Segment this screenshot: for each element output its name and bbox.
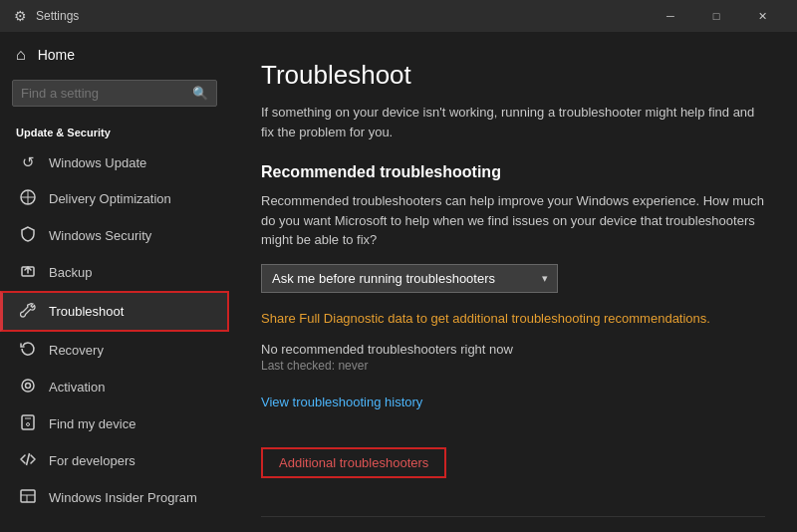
additional-troubleshooters-button[interactable]: Additional troubleshooters [261, 447, 446, 478]
sidebar-item-label: Windows Update [49, 155, 146, 170]
sidebar-item-troubleshoot[interactable]: Troubleshoot [0, 291, 229, 332]
main-layout: ⌂ Home 🔍 Update & Security ↺ Windows Upd… [0, 32, 797, 532]
svg-point-5 [26, 384, 31, 389]
view-history-link[interactable]: View troubleshooting history [261, 395, 422, 409]
sidebar-item-label: Troubleshoot [49, 304, 124, 319]
last-checked-status: Last checked: never [261, 359, 765, 373]
sidebar-home-label: Home [38, 47, 75, 63]
titlebar: ⚙ Settings ─ □ ✕ [0, 0, 797, 32]
sidebar-search-box[interactable]: 🔍 [12, 80, 217, 107]
content-area: Troubleshoot If something on your device… [229, 32, 797, 532]
get-help-link[interactable]: Get help [261, 527, 765, 533]
sidebar-item-label: Windows Insider Program [49, 490, 197, 505]
svg-point-7 [27, 423, 30, 426]
search-input[interactable] [21, 86, 192, 101]
divider [261, 516, 765, 517]
sidebar-item-activation[interactable]: Activation [0, 369, 229, 405]
find-device-icon [19, 414, 37, 433]
sidebar-item-label: Find my device [49, 416, 135, 431]
sidebar-item-label: Recovery [49, 343, 104, 358]
home-icon: ⌂ [16, 46, 26, 64]
sidebar-item-label: Windows Security [49, 228, 151, 243]
svg-rect-10 [21, 490, 35, 502]
sidebar-item-delivery-optimization[interactable]: Delivery Optimization [0, 180, 229, 217]
sidebar-item-label: For developers [49, 453, 135, 468]
security-icon [19, 226, 37, 245]
dropdown-wrapper[interactable]: Ask me before running troubleshootersRun… [261, 264, 558, 293]
sidebar-item-recovery[interactable]: Recovery [0, 332, 229, 369]
sidebar-item-for-developers[interactable]: For developers [0, 442, 229, 479]
sidebar-item-find-my-device[interactable]: Find my device [0, 405, 229, 442]
search-icon: 🔍 [192, 86, 208, 101]
content-description: If something on your device isn't workin… [261, 103, 765, 141]
sidebar-item-backup[interactable]: Backup [0, 254, 229, 291]
maximize-button[interactable]: □ [693, 0, 739, 32]
close-button[interactable]: ✕ [739, 0, 785, 32]
recommended-heading: Recommended troubleshooting [261, 163, 765, 181]
svg-point-4 [22, 380, 34, 392]
no-troubleshooters-status: No recommended troubleshooters right now [261, 342, 765, 357]
backup-icon [19, 263, 37, 282]
recovery-icon [19, 341, 37, 360]
developer-icon [19, 451, 37, 470]
sidebar: ⌂ Home 🔍 Update & Security ↺ Windows Upd… [0, 32, 229, 532]
sidebar-item-label: Activation [49, 380, 105, 395]
sidebar-item-windows-security[interactable]: Windows Security [0, 217, 229, 254]
update-icon: ↺ [19, 153, 37, 171]
svg-line-9 [27, 453, 30, 465]
troubleshoot-dropdown[interactable]: Ask me before running troubleshootersRun… [261, 264, 558, 293]
sidebar-item-label: Backup [49, 265, 92, 280]
share-diagnostic-link[interactable]: Share Full Diagnostic data to get additi… [261, 311, 710, 326]
sidebar-item-home[interactable]: ⌂ Home [0, 36, 229, 74]
recommended-text: Recommended troubleshooters can help imp… [261, 191, 765, 250]
minimize-button[interactable]: ─ [648, 0, 693, 32]
delivery-icon [19, 189, 37, 208]
activation-icon [19, 378, 37, 397]
sidebar-item-windows-update[interactable]: ↺ Windows Update [0, 144, 229, 180]
settings-icon: ⚙ [12, 8, 28, 24]
troubleshoot-icon [19, 302, 37, 321]
insider-icon [19, 488, 37, 507]
sidebar-item-label: Delivery Optimization [49, 191, 171, 206]
titlebar-title: Settings [36, 9, 648, 23]
sidebar-item-windows-insider[interactable]: Windows Insider Program [0, 479, 229, 516]
page-title: Troubleshoot [261, 60, 765, 91]
sidebar-section-title: Update & Security [0, 119, 229, 144]
window-controls: ─ □ ✕ [648, 0, 785, 32]
